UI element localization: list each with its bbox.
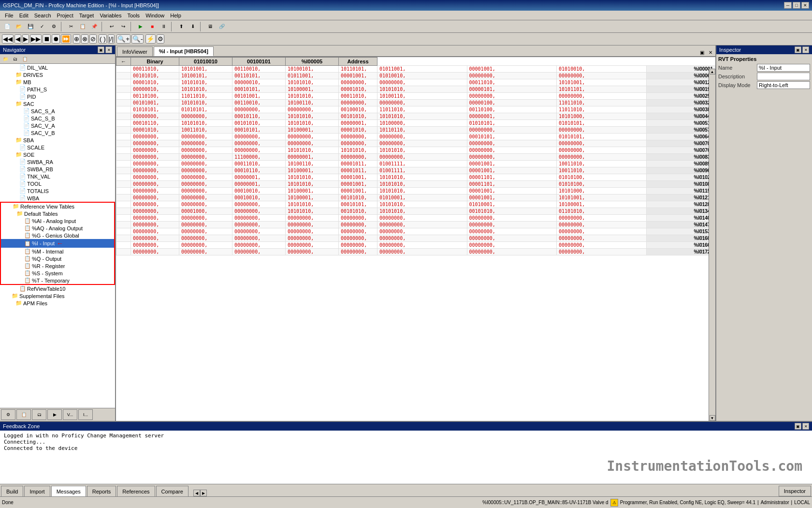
tree-item[interactable]: 📄TNK_VAL bbox=[0, 173, 115, 180]
redo-button[interactable]: ↪ bbox=[118, 21, 129, 32]
pause-button[interactable]: ⏸ bbox=[159, 21, 169, 32]
tb2-extra2[interactable]: ⚙ bbox=[157, 34, 164, 44]
feedback-close-button[interactable]: ✕ bbox=[802, 423, 809, 430]
nav-tb-btn2[interactable]: 🗂 bbox=[11, 55, 19, 63]
tree-item[interactable]: 📋%AI - Analog Input bbox=[1, 217, 114, 224]
table-row[interactable]: 00001010,10101010,00000010,10101010,0000… bbox=[116, 79, 715, 86]
feedback-float-button[interactable]: ▣ bbox=[795, 423, 801, 430]
menu-edit[interactable]: Edit bbox=[16, 12, 31, 19]
tab-input[interactable]: %I - Input [HBR504] bbox=[154, 46, 214, 56]
prop-button[interactable]: ⚙ bbox=[48, 21, 59, 32]
tb2-btn7[interactable]: ⏩ bbox=[61, 34, 71, 44]
tree-item[interactable]: 📁Supplemental Files bbox=[0, 292, 115, 299]
bottom-scroll-left-btn[interactable]: ◀ bbox=[193, 490, 200, 496]
table-row[interactable]: 00000000,00000000,00000001,10101010,0000… bbox=[116, 174, 715, 181]
table-row[interactable]: 00101001,10101010,00110010,10100110,0000… bbox=[116, 100, 715, 106]
menu-file[interactable]: File bbox=[2, 12, 16, 19]
tree-item[interactable]: 📄SWBA_RA bbox=[0, 158, 115, 165]
table-row[interactable]: 00000000,00000000,00000000,00000000,0000… bbox=[116, 140, 715, 147]
tree-item[interactable]: 📋%T - Temporary bbox=[1, 277, 114, 284]
table-row[interactable]: 00000000,00000000,00000000,00000000,0000… bbox=[116, 215, 715, 222]
content-close-button[interactable]: ✕ bbox=[707, 48, 714, 56]
tb2-btn6[interactable]: ⏺ bbox=[52, 34, 60, 44]
maximize-button[interactable]: □ bbox=[793, 2, 800, 9]
copy-button[interactable]: 📋 bbox=[77, 21, 88, 32]
table-row[interactable]: 00101010,10100101,00110101,01011001,0000… bbox=[116, 73, 715, 79]
tree-item[interactable]: 📋RefViewTable10 bbox=[0, 285, 115, 292]
table-row[interactable]: 00000000,00000000,00000000,00000000,0000… bbox=[116, 235, 715, 242]
bottom-tab-compare[interactable]: Compare bbox=[156, 486, 188, 496]
nav-close-button[interactable]: ✕ bbox=[105, 46, 112, 53]
tree-item[interactable]: 📋%S - System bbox=[1, 269, 114, 277]
tree-item[interactable]: 📋%G - Genius Global bbox=[1, 232, 114, 239]
tb2-zoom-in[interactable]: 🔍+ bbox=[116, 34, 130, 44]
close-button[interactable]: ✕ bbox=[801, 2, 809, 9]
tree-item[interactable]: 📄SWBA_RB bbox=[0, 165, 115, 173]
tree-item[interactable]: 📁APM Files bbox=[0, 299, 115, 307]
tb2-btn5[interactable]: ⏹ bbox=[43, 34, 51, 44]
vertical-scrollbar[interactable]: ▲ ▼ bbox=[709, 69, 715, 421]
tree-item[interactable]: 📄PID bbox=[0, 93, 115, 100]
paste-button[interactable]: 📌 bbox=[89, 21, 100, 32]
menu-target[interactable]: Target bbox=[76, 12, 97, 19]
menu-variables[interactable]: Variables bbox=[97, 12, 124, 19]
download-button[interactable]: ⬇ bbox=[188, 21, 198, 32]
tree-item[interactable]: 📋%Q - Output bbox=[1, 255, 114, 262]
nav-bottom-i[interactable]: I... bbox=[78, 409, 93, 420]
tree-item[interactable]: 📁Default Tables bbox=[1, 210, 114, 217]
table-row[interactable]: 00000000,00000000,00010010,10100001,0010… bbox=[116, 194, 715, 201]
menu-window[interactable]: Window bbox=[143, 12, 167, 19]
new-button[interactable]: 📄 bbox=[2, 21, 13, 32]
tree-item[interactable]: 📋%M - Internal bbox=[1, 248, 114, 255]
tree-item[interactable]: 📄PATH_S bbox=[0, 86, 115, 93]
tb2-btn9[interactable]: ⊗ bbox=[81, 34, 88, 44]
table-row[interactable]: 00000000,00000000,00000000,00000000,0000… bbox=[116, 134, 715, 140]
tree-item[interactable]: 📄DIL_VAL bbox=[0, 64, 115, 71]
nav-bottom-btn3[interactable]: 🗂 bbox=[32, 409, 46, 420]
target-button[interactable]: 🖥 bbox=[205, 21, 216, 32]
undo-button[interactable]: ↩ bbox=[106, 21, 117, 32]
tree-item[interactable]: 📄TOTALIS bbox=[0, 187, 115, 194]
tb2-zoom-out[interactable]: 🔍- bbox=[131, 34, 144, 44]
table-row[interactable]: 00000000,00000000,00000000,00000000,0000… bbox=[116, 242, 715, 249]
tree-item[interactable]: 📄TOOL bbox=[0, 180, 115, 187]
table-row[interactable]: 00000000,00000000,00000000,00000000,0000… bbox=[116, 222, 715, 228]
tree-item[interactable]: 📁MB bbox=[0, 78, 115, 86]
run-button[interactable]: ▶ bbox=[135, 21, 146, 32]
inspector-close-button[interactable]: ✕ bbox=[802, 46, 809, 53]
content-float-button[interactable]: ▣ bbox=[698, 48, 706, 56]
tb2-btn4[interactable]: ▶▶ bbox=[30, 34, 42, 44]
table-row[interactable]: 00000000,00000000,00000000,00000000,0000… bbox=[116, 228, 715, 235]
table-row[interactable]: 00000000,00000000,00010010,10100001,0000… bbox=[116, 188, 715, 194]
tree-item[interactable]: 📁SBA bbox=[0, 136, 115, 144]
nav-bottom-v[interactable]: V... bbox=[63, 409, 77, 420]
tree-item[interactable]: 📄SCALE bbox=[0, 144, 115, 151]
tree-item[interactable]: 📁Reference View Tables bbox=[1, 203, 114, 210]
save-button[interactable]: 💾 bbox=[25, 21, 36, 32]
inspector-tab-button[interactable]: Inspector bbox=[779, 486, 811, 496]
table-row[interactable]: 00001010,10011010,00010101,10100001,0000… bbox=[116, 127, 715, 134]
check-button[interactable]: ✓ bbox=[37, 21, 47, 32]
nav-bottom-btn1[interactable]: ⚙ bbox=[1, 409, 15, 420]
table-row[interactable]: 00010110,10101010,00101010,10101010,0000… bbox=[116, 120, 715, 127]
header-back[interactable]: ← bbox=[116, 58, 131, 66]
menu-project[interactable]: Project bbox=[54, 12, 76, 19]
tree-item[interactable]: 📋%AQ - Analog Output bbox=[1, 224, 114, 232]
bottom-tab-build[interactable]: Build bbox=[1, 486, 23, 496]
table-row[interactable]: 00000000,00000000,11100000,00000001,0000… bbox=[116, 154, 715, 161]
table-row[interactable]: 00110100,11011010,00101001,10101010,0001… bbox=[116, 93, 715, 100]
tree-item[interactable]: 📋%R - Register bbox=[1, 262, 114, 269]
tb2-coil[interactable]: ( ) bbox=[99, 34, 107, 44]
table-row[interactable]: 00000000,00000000,00000000,00000000,0000… bbox=[116, 249, 715, 255]
bottom-tab-messages[interactable]: Messages bbox=[51, 486, 86, 496]
bottom-scroll-right-btn[interactable]: ▶ bbox=[200, 490, 207, 496]
minimize-button[interactable]: ─ bbox=[784, 2, 792, 9]
open-button[interactable]: 📂 bbox=[14, 21, 24, 32]
nav-tb-btn1[interactable]: 📁 bbox=[1, 55, 10, 63]
tb2-btn8[interactable]: ⊕ bbox=[73, 34, 80, 44]
nav-bottom-btn4[interactable]: ▶ bbox=[47, 409, 62, 420]
scroll-down-arrow[interactable]: ▼ bbox=[710, 415, 715, 421]
tree-item[interactable]: 📄SAC_S_A bbox=[0, 107, 115, 115]
tree-item[interactable]: 📋%I - Input← bbox=[1, 239, 114, 248]
stop-button[interactable]: ■ bbox=[147, 21, 158, 32]
